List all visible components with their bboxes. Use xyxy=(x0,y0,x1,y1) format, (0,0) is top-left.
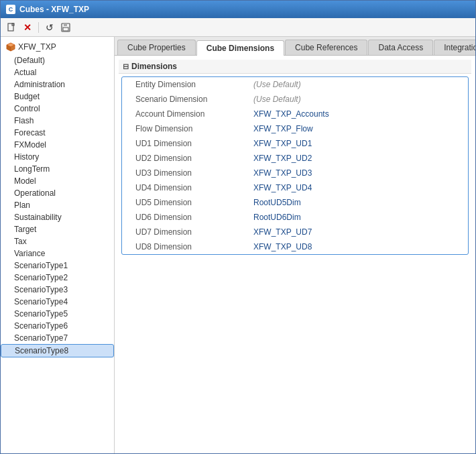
sidebar-item[interactable]: Operational xyxy=(1,187,114,199)
sidebar-item[interactable]: Variance xyxy=(1,247,114,260)
dimension-row[interactable]: UD2 DimensionXFW_TXP_UD2 xyxy=(122,151,468,166)
tab-integration[interactable]: Integration xyxy=(434,40,475,55)
section-label-text: Dimensions xyxy=(131,62,177,71)
tab-content: ⊟ Dimensions Entity Dimension(Use Defaul… xyxy=(115,56,475,453)
dimension-name: UD1 Dimension xyxy=(122,137,249,150)
dimension-value: XFW_TXP_Flow xyxy=(249,123,468,135)
sidebar: XFW_TXP (Default)ActualAdministrationBud… xyxy=(1,37,115,453)
sidebar-item[interactable]: Actual xyxy=(1,66,114,78)
title-bar: C Cubes - XFW_TXP xyxy=(1,1,475,18)
sidebar-item[interactable]: Budget xyxy=(1,91,114,103)
dimension-row[interactable]: UD8 DimensionXFW_TXP_UD8 xyxy=(122,239,468,254)
collapse-icon[interactable]: ⊟ xyxy=(123,62,129,71)
tab-cube-properties[interactable]: Cube Properties xyxy=(117,40,196,55)
sidebar-item[interactable]: Plan xyxy=(1,199,114,211)
dimension-row[interactable]: Scenario Dimension(Use Default) xyxy=(122,92,468,107)
dimension-row[interactable]: Entity Dimension(Use Default) xyxy=(122,77,468,92)
sidebar-item[interactable]: LongTerm xyxy=(1,163,114,175)
sidebar-item[interactable]: ScenarioType6 xyxy=(1,320,114,332)
window-title: Cubes - XFW_TXP xyxy=(19,5,89,14)
dimension-value: (Use Default) xyxy=(249,93,468,105)
dimension-row[interactable]: Flow DimensionXFW_TXP_Flow xyxy=(122,121,468,136)
sidebar-item[interactable]: Sustainability xyxy=(1,211,114,223)
dimension-name: Account Dimension xyxy=(122,108,249,120)
dimension-row[interactable]: UD7 DimensionXFW_TXP_UD7 xyxy=(122,225,468,239)
main-window: C Cubes - XFW_TXP ✕ ↺ xyxy=(0,0,476,454)
sidebar-item[interactable]: Forecast xyxy=(1,127,114,139)
toolbar-separator xyxy=(38,22,39,33)
sidebar-item[interactable]: History xyxy=(1,151,114,163)
dimension-value: RootUD5Dim xyxy=(249,196,468,209)
tabs-bar: Cube PropertiesCube DimensionsCube Refer… xyxy=(115,37,475,56)
sidebar-item[interactable]: Control xyxy=(1,103,114,115)
tab-cube-dimensions[interactable]: Cube Dimensions xyxy=(196,40,284,56)
dimension-value: XFW_TXP_UD4 xyxy=(249,182,468,194)
sidebar-item[interactable]: ScenarioType3 xyxy=(1,284,114,296)
dimension-name: UD5 Dimension xyxy=(122,196,249,209)
sidebar-item[interactable]: Tax xyxy=(1,235,114,247)
dimension-row[interactable]: UD3 DimensionXFW_TXP_UD3 xyxy=(122,166,468,180)
dimensions-box: Entity Dimension(Use Default)Scenario Di… xyxy=(121,76,469,255)
dimension-name: UD4 Dimension xyxy=(122,182,249,194)
dimension-name: UD7 Dimension xyxy=(122,226,249,238)
sidebar-item[interactable]: ScenarioType7 xyxy=(1,332,114,344)
dimension-value: XFW_TXP_UD3 xyxy=(249,167,468,179)
svg-rect-4 xyxy=(63,27,68,31)
sidebar-item[interactable]: Target xyxy=(1,223,114,235)
app-icon: C xyxy=(6,5,15,14)
dimension-value: XFW_TXP_UD2 xyxy=(249,152,468,164)
svg-rect-0 xyxy=(8,23,13,31)
dimensions-rows: Entity Dimension(Use Default)Scenario Di… xyxy=(122,77,468,254)
dimension-value: RootUD6Dim xyxy=(249,211,468,223)
tab-cube-references[interactable]: Cube References xyxy=(285,40,367,55)
dimension-name: Flow Dimension xyxy=(122,123,249,135)
dimension-value: XFW_TXP_UD1 xyxy=(249,137,468,150)
dimension-name: UD3 Dimension xyxy=(122,167,249,179)
sidebar-item[interactable]: FXModel xyxy=(1,139,114,151)
dimension-row[interactable]: UD6 DimensionRootUD6Dim xyxy=(122,210,468,225)
dimension-row[interactable]: UD4 DimensionXFW_TXP_UD4 xyxy=(122,180,468,195)
dimension-name: Scenario Dimension xyxy=(122,93,249,105)
main-content: XFW_TXP (Default)ActualAdministrationBud… xyxy=(1,37,475,453)
dimension-row[interactable]: Account DimensionXFW_TXP_Accounts xyxy=(122,107,468,121)
svg-rect-3 xyxy=(64,23,67,26)
dimension-name: UD2 Dimension xyxy=(122,152,249,164)
dimension-row[interactable]: UD5 DimensionRootUD5Dim xyxy=(122,195,468,210)
sidebar-root-item[interactable]: XFW_TXP xyxy=(1,40,114,54)
sidebar-item[interactable]: (Default) xyxy=(1,54,114,66)
dimension-value: XFW_TXP_UD7 xyxy=(249,226,468,238)
dimension-name: UD6 Dimension xyxy=(122,211,249,223)
tab-data-access[interactable]: Data Access xyxy=(368,40,433,55)
dimensions-section-header: ⊟ Dimensions xyxy=(119,60,471,74)
sidebar-root-label: XFW_TXP xyxy=(18,42,56,52)
sidebar-list: (Default)ActualAdministrationBudgetContr… xyxy=(1,54,114,357)
sidebar-item[interactable]: ScenarioType1 xyxy=(1,260,114,272)
cube-icon xyxy=(6,42,15,52)
sidebar-item[interactable]: Administration xyxy=(1,78,114,91)
sidebar-item[interactable]: ScenarioType2 xyxy=(1,272,114,284)
delete-button[interactable]: ✕ xyxy=(21,21,34,34)
dimension-name: UD8 Dimension xyxy=(122,241,249,253)
refresh-button[interactable]: ↺ xyxy=(43,21,56,34)
sidebar-item[interactable]: Flash xyxy=(1,115,114,127)
right-panel: Cube PropertiesCube DimensionsCube Refer… xyxy=(115,37,475,453)
sidebar-item[interactable]: ScenarioType8 xyxy=(1,344,114,357)
toolbar: ✕ ↺ xyxy=(1,18,475,37)
dimension-value: XFW_TXP_Accounts xyxy=(249,108,468,120)
sidebar-item[interactable]: Model xyxy=(1,175,114,187)
new-button[interactable] xyxy=(5,21,18,34)
dimension-value: (Use Default) xyxy=(249,78,468,91)
dimension-name: Entity Dimension xyxy=(122,78,249,91)
sidebar-item[interactable]: ScenarioType5 xyxy=(1,308,114,320)
dimension-row[interactable]: UD1 DimensionXFW_TXP_UD1 xyxy=(122,136,468,151)
dimension-value: XFW_TXP_UD8 xyxy=(249,241,468,253)
sidebar-item[interactable]: ScenarioType4 xyxy=(1,296,114,308)
save-button[interactable] xyxy=(59,21,72,34)
